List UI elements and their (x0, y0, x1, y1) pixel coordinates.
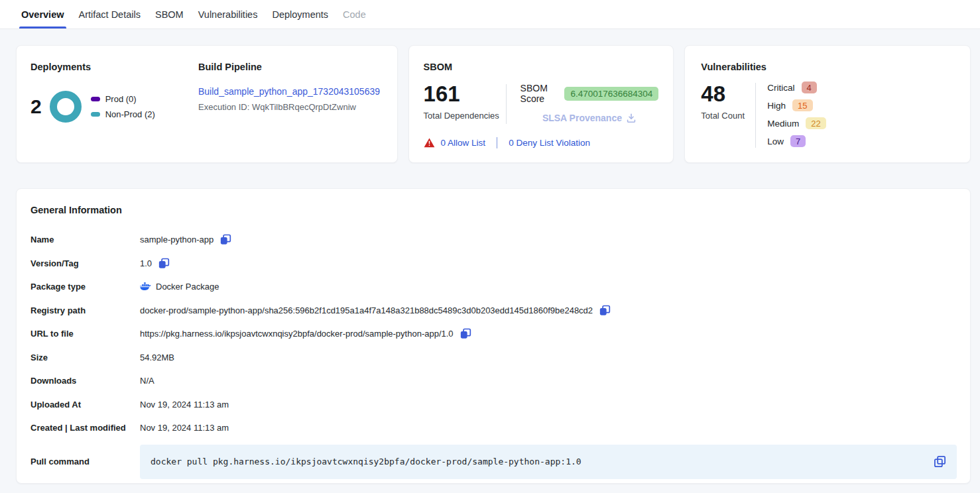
info-row-value: Docker Package (140, 282, 219, 292)
sbom-total-count: 161 (424, 82, 460, 106)
legend-item-prod-0: Prod (0) (91, 94, 155, 104)
sbom-score-label: SBOM Score (521, 83, 560, 104)
general-information-rows: Namesample-python-appVersion/Tag1.0Packa… (31, 228, 957, 440)
severity-row-high: High15 (767, 99, 826, 111)
info-row-label: Created | Last modified (31, 423, 140, 433)
sbom-violations-row: 0 Allow List 0 Deny List Violation (424, 137, 659, 148)
severity-label: Low (767, 137, 784, 146)
info-row-registry-path: Registry pathdocker-prod/sample-python-a… (31, 299, 957, 323)
page-content: Deployments 2 Prod (0)Non-Prod (2) Build… (0, 29, 980, 484)
general-information-card: General Information Namesample-python-ap… (16, 188, 971, 484)
legend-label: Non-Prod (2) (105, 109, 155, 119)
legend-label: Prod (0) (105, 94, 137, 104)
vulnerabilities-total-block: 48 Total Count (701, 83, 755, 148)
tab-vulnerabilities[interactable]: Vulnerabilities (191, 0, 265, 28)
legend-item-non-prod-2: Non-Prod (2) (91, 109, 155, 119)
pull-command-box: docker pull pkg.harness.io/ikpsjoavtcwxn… (140, 445, 957, 479)
artifact-overview-page: OverviewArtifact DetailsSBOMVulnerabilit… (0, 0, 980, 484)
info-row-package-type: Package typeDocker Package (31, 275, 957, 299)
copy-icon-button[interactable] (460, 328, 471, 339)
execution-id-text: Execution ID: WqkTilbBRqecQrpDtZwniw (198, 102, 380, 112)
info-row-text: Nov 19, 2024 11:13 am (140, 423, 229, 433)
info-row-label: Name (31, 235, 140, 245)
info-row-value: 54.92MB (140, 353, 174, 362)
tab-code[interactable]: Code (336, 0, 373, 28)
deployments-legend: Prod (0)Non-Prod (2) (91, 94, 155, 119)
copy-icon-button[interactable] (599, 305, 611, 316)
build-pipeline-section: Build Pipeline Build_sample_python_app_1… (184, 62, 380, 149)
sbom-title: SBOM (424, 62, 659, 72)
severity-row-medium: Medium22 (767, 117, 826, 129)
severity-row-critical: Critical4 (767, 82, 826, 93)
copy-pull-command-button[interactable] (934, 455, 946, 468)
info-row-uploaded-at: Uploaded AtNov 19, 2024 11:13 am (31, 393, 957, 417)
info-row-label: Downloads (31, 376, 140, 386)
severity-label: Critical (767, 83, 794, 93)
build-pipeline-link[interactable]: Build_sample_python_app_1732043105639 (198, 86, 380, 97)
deployments-summary: 2 Prod (0)Non-Prod (2) (31, 91, 184, 123)
severity-count-badge: 22 (806, 117, 826, 129)
info-row-text: sample-python-app (140, 235, 214, 245)
info-row-value: https://pkg.harness.io/ikpsjoavtcwxnqisy… (140, 328, 471, 339)
vulnerabilities-total-count: 48 (701, 82, 725, 106)
sbom-card: SBOM 161 Total Dependencies SBOM Score 6… (408, 45, 674, 163)
deployments-card: Deployments 2 Prod (0)Non-Prod (2) Build… (16, 45, 398, 163)
tab-overview[interactable]: Overview (14, 0, 72, 28)
info-row-label: Package type (31, 282, 140, 292)
info-row-label: Registry path (31, 305, 140, 315)
info-row-value: docker-prod/sample-python-app/sha256:596… (140, 305, 611, 316)
build-pipeline-title: Build Pipeline (198, 62, 380, 72)
sbom-total-block: 161 Total Dependencies (424, 83, 506, 124)
pull-command-text: docker pull pkg.harness.io/ikpsjoavtcwxn… (151, 457, 932, 466)
info-row-pull-command: Pull command docker pull pkg.harness.io/… (31, 445, 957, 479)
info-row-label: Uploaded At (31, 400, 140, 410)
info-row-created-last-modified: Created | Last modifiedNov 19, 2024 11:1… (31, 416, 957, 440)
docker-whale-icon (140, 282, 151, 291)
info-row-text: Docker Package (156, 282, 219, 292)
info-row-version-tag: Version/Tag1.0 (31, 252, 957, 276)
vulnerabilities-total-label: Total Count (701, 111, 755, 121)
severity-row-low: Low7 (767, 135, 826, 147)
severity-label: Medium (767, 119, 799, 129)
info-row-text: N/A (140, 376, 154, 386)
vulnerabilities-title: Vulnerabilities (701, 62, 955, 72)
info-row-size: Size54.92MB (31, 346, 957, 370)
slsa-provenance-link[interactable]: SLSA Provenance (542, 113, 622, 123)
legend-swatch (91, 112, 100, 117)
info-row-downloads: DownloadsN/A (31, 369, 957, 393)
warning-triangle-icon (424, 138, 435, 148)
vertical-divider (497, 137, 497, 148)
info-row-text: https://pkg.harness.io/ikpsjoavtcwxnqisy… (140, 329, 454, 339)
general-information-title: General Information (31, 205, 957, 215)
deployments-section: Deployments 2 Prod (0)Non-Prod (2) (31, 62, 184, 149)
tab-deployments[interactable]: Deployments (265, 0, 336, 28)
sbom-score-badge: 6.470017636684304 (564, 87, 658, 101)
severity-count-badge: 7 (790, 135, 806, 147)
info-row-text: docker-prod/sample-python-app/sha256:596… (140, 305, 593, 315)
info-row-text: 54.92MB (140, 353, 174, 362)
info-row-name: Namesample-python-app (31, 228, 957, 252)
severity-count-badge: 15 (792, 99, 812, 111)
deny-list-link[interactable]: 0 Deny List Violation (509, 138, 590, 148)
deployments-title: Deployments (31, 62, 184, 72)
tab-artifact-details[interactable]: Artifact Details (72, 0, 148, 28)
download-icon (626, 113, 637, 123)
copy-icon-button[interactable] (158, 258, 170, 269)
tab-bar: OverviewArtifact DetailsSBOMVulnerabilit… (0, 0, 980, 29)
info-row-value: sample-python-app (140, 234, 231, 245)
severity-label: High (767, 101, 786, 111)
vulnerabilities-card: Vulnerabilities 48 Total Count Critical4… (684, 45, 971, 163)
vulnerabilities-summary: 48 Total Count Critical4High15Medium22Lo… (701, 83, 955, 148)
allow-list-link[interactable]: 0 Allow List (441, 138, 486, 148)
sbom-summary: 161 Total Dependencies SBOM Score 6.4700… (424, 83, 659, 124)
info-row-value: 1.0 (140, 258, 170, 269)
info-row-value: Nov 19, 2024 11:13 am (140, 400, 229, 410)
info-row-text: Nov 19, 2024 11:13 am (140, 400, 229, 410)
deployments-total-count: 2 (31, 97, 42, 117)
sbom-score-block: SBOM Score 6.470017636684304 SLSA Proven… (507, 83, 659, 124)
sbom-total-label: Total Dependencies (424, 111, 506, 121)
info-row-label: URL to file (31, 329, 140, 339)
info-row-label: Pull command (31, 457, 140, 466)
copy-icon-button[interactable] (220, 234, 231, 245)
tab-sbom[interactable]: SBOM (148, 0, 191, 28)
